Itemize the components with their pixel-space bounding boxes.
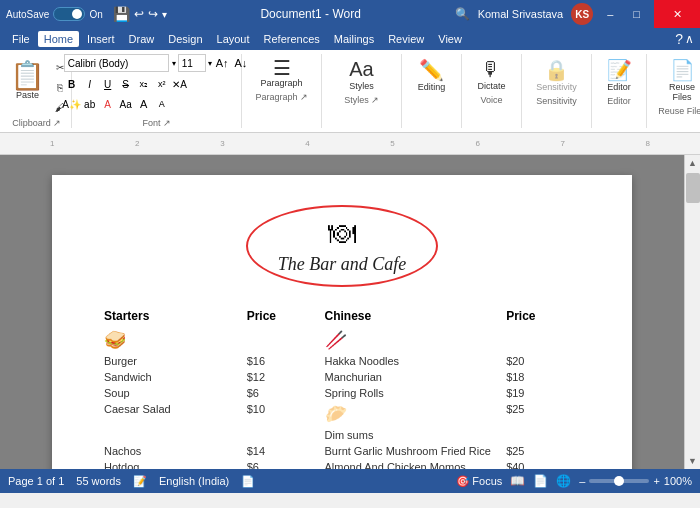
- menu-references[interactable]: References: [258, 31, 326, 47]
- menu-mailings[interactable]: Mailings: [328, 31, 380, 47]
- view-print-icon[interactable]: 📄: [533, 474, 548, 488]
- clipboard-expand-icon[interactable]: ↗: [53, 118, 61, 128]
- bold-button[interactable]: B: [64, 76, 80, 92]
- zoom-out-button[interactable]: –: [579, 475, 585, 487]
- font-size-down-btn[interactable]: A: [154, 96, 170, 112]
- document-area[interactable]: 🍽 The Bar and Cafe Starters Price Chines…: [0, 155, 684, 469]
- font-name-dropdown-icon[interactable]: ▾: [172, 59, 176, 68]
- help-icon[interactable]: ?: [675, 31, 683, 47]
- scroll-down-arrow[interactable]: ▼: [685, 453, 701, 469]
- menu-file[interactable]: File: [6, 31, 36, 47]
- subscript-button[interactable]: x₂: [136, 76, 152, 92]
- dictate-button[interactable]: 🎙 Dictate: [473, 54, 509, 93]
- menu-home[interactable]: Home: [38, 31, 79, 47]
- editing-icon: ✏️: [419, 58, 444, 82]
- paragraph-button[interactable]: ☰ Paragraph: [256, 54, 306, 90]
- editing-label: Editing: [418, 82, 446, 92]
- redo-icon[interactable]: ↪: [148, 7, 158, 21]
- superscript-button[interactable]: x²: [154, 76, 170, 92]
- font-color-button[interactable]: A: [100, 96, 116, 112]
- minimize-icon[interactable]: –: [601, 8, 619, 20]
- table-row: Nachos $14 Burnt Garlic Mushroom Fried R…: [102, 443, 582, 459]
- restaurant-icon: 🍽: [328, 217, 356, 250]
- table-row: Sandwich $12 Manchurian $18: [102, 369, 582, 385]
- highlight-button[interactable]: ab: [82, 96, 98, 112]
- font-name-input[interactable]: [64, 54, 169, 72]
- spell-check-icon[interactable]: 📝: [133, 475, 147, 488]
- price1-header: Price: [245, 305, 323, 327]
- menu-review[interactable]: Review: [382, 31, 430, 47]
- text-effect-button[interactable]: A✨: [64, 96, 80, 112]
- paste-button[interactable]: 📋 Paste: [6, 54, 50, 108]
- zoom-slider-track[interactable]: [589, 479, 649, 483]
- menu-view[interactable]: View: [432, 31, 468, 47]
- vertical-scrollbar[interactable]: ▲ ▼: [684, 155, 700, 469]
- zoom-slider-thumb[interactable]: [614, 476, 624, 486]
- search-icon[interactable]: 🔍: [455, 7, 470, 21]
- font-group: ▾ ▾ A↑ A↓ B I U S x₂ x² ✕A A✨ ab: [72, 54, 242, 128]
- zoom-control[interactable]: – + 100%: [579, 475, 692, 487]
- view-web-icon[interactable]: 🌐: [556, 474, 571, 488]
- zoom-in-button[interactable]: +: [653, 475, 659, 487]
- font-size-dropdown-icon[interactable]: ▾: [208, 59, 212, 68]
- editing-button[interactable]: ✏️ Editing: [414, 54, 450, 94]
- editor-label: Editor: [607, 82, 631, 92]
- autosave-label: AutoSave: [6, 9, 49, 20]
- starters-food-icon: 🥪: [104, 330, 126, 350]
- toggle-on-label: On: [89, 9, 102, 20]
- editor-icon: 📝: [607, 58, 632, 82]
- table-row: Caesar Salad $10 🥟 $25: [102, 401, 582, 427]
- styles-label: Styles: [349, 81, 374, 91]
- user-name: Komal Srivastava: [478, 8, 564, 20]
- font-expand-icon[interactable]: ↗: [163, 118, 171, 128]
- close-button[interactable]: ✕: [654, 0, 700, 28]
- font-label: Font ↗: [142, 116, 170, 128]
- ribbon: 📋 Paste ✂ ⎘ 🖌 Clipboard ↗ ▾: [0, 50, 700, 133]
- font-size-input[interactable]: [178, 54, 206, 72]
- undo-icon[interactable]: ↩: [134, 7, 144, 21]
- language[interactable]: English (India): [159, 475, 229, 487]
- menu-insert[interactable]: Insert: [81, 31, 121, 47]
- user-avatar[interactable]: KS: [571, 3, 593, 25]
- status-bar: Page 1 of 1 55 words 📝 English (India) 📄…: [0, 469, 700, 493]
- paragraph-label: Paragraph: [260, 78, 302, 88]
- styles-expand-icon[interactable]: ↗: [371, 95, 379, 105]
- styles-button[interactable]: Aa Styles: [344, 54, 380, 93]
- clear-formatting-button[interactable]: ✕A: [172, 76, 188, 92]
- sensitivity-group: 🔒 Sensitivity Sensitivity: [522, 54, 592, 128]
- focus-icon: 🎯: [456, 475, 470, 488]
- chinese-header: Chinese: [323, 305, 505, 327]
- menu-layout[interactable]: Layout: [211, 31, 256, 47]
- underline-button[interactable]: U: [100, 76, 116, 92]
- ruler: 1 2 3 4 5 6 7 8: [0, 133, 700, 155]
- editing-group: ✏️ Editing: [402, 54, 462, 128]
- strikethrough-button[interactable]: S: [118, 76, 134, 92]
- doc-title: Document1 - Word: [260, 7, 360, 21]
- increase-font-size-button[interactable]: A↑: [214, 57, 231, 69]
- editor-button[interactable]: 📝 Editor: [601, 54, 637, 94]
- main-area: 🍽 The Bar and Cafe Starters Price Chines…: [0, 155, 700, 469]
- font-size-up-btn[interactable]: A: [136, 96, 152, 112]
- autosave-toggle[interactable]: [53, 7, 85, 21]
- clipboard-label: Clipboard ↗: [12, 116, 61, 128]
- italic-button[interactable]: I: [82, 76, 98, 92]
- menu-draw[interactable]: Draw: [123, 31, 161, 47]
- reuse-files-group: 📄 ReuseFiles Reuse Files: [647, 54, 700, 128]
- paragraph-expand-icon[interactable]: ↗: [300, 92, 308, 102]
- table-row: Dim sums: [102, 427, 582, 443]
- menu-design[interactable]: Design: [162, 31, 208, 47]
- scroll-thumb[interactable]: [686, 173, 700, 203]
- ribbon-collapse-icon[interactable]: ∧: [685, 32, 694, 46]
- view-read-icon[interactable]: 📖: [510, 474, 525, 488]
- table-row: Burger $16 Hakka Noodles $20: [102, 353, 582, 369]
- paste-label: Paste: [16, 90, 39, 100]
- reuse-files-button[interactable]: 📄 ReuseFiles: [664, 54, 700, 104]
- more-icon[interactable]: ▾: [162, 9, 167, 20]
- change-case-button[interactable]: Aa: [118, 96, 134, 112]
- starters-header: Starters: [102, 305, 245, 327]
- scroll-up-arrow[interactable]: ▲: [685, 155, 701, 171]
- maximize-icon[interactable]: □: [627, 8, 646, 20]
- focus-button[interactable]: 🎯 Focus: [456, 475, 502, 488]
- sensitivity-button[interactable]: 🔒 Sensitivity: [532, 54, 581, 94]
- save-icon[interactable]: 💾: [113, 6, 130, 22]
